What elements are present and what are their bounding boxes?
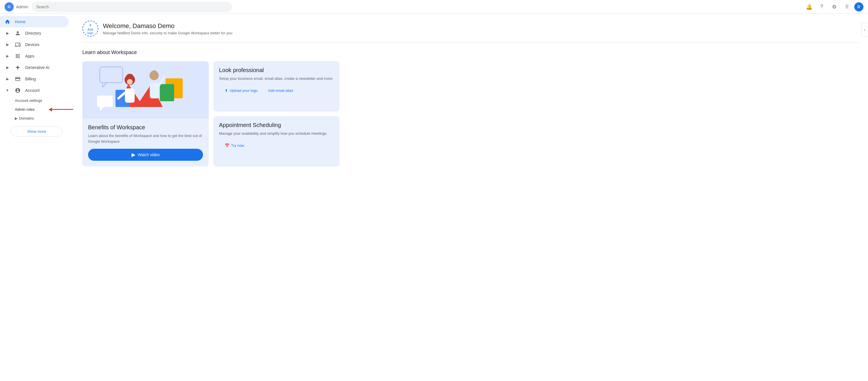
person-icon — [15, 30, 21, 36]
notifications-button[interactable]: 🔔 — [804, 2, 814, 12]
upload-logo-button[interactable]: ⬆ Upload your logo — [219, 86, 263, 95]
benefits-card-body: Benefits of Workspace Learn about the be… — [82, 118, 209, 167]
welcome-subtitle: Manage NetBird Demo info, security to ma… — [103, 31, 232, 35]
sidebar-item-directory[interactable]: ▶ Directory — [0, 27, 69, 39]
try-now-button[interactable]: 📅 Try now — [219, 141, 250, 150]
collapse-sidebar-button[interactable]: ‹ — [861, 23, 868, 37]
header-icons: 🔔 ? ⚙ ⠿ D — [804, 2, 863, 12]
sidebar-item-billing[interactable]: ▶ Billing — [0, 73, 69, 85]
sidebar-item-home[interactable]: Home — [0, 16, 69, 27]
arrow-container: Admin roles — [0, 105, 73, 114]
appointment-scheduling-card: Appointment Scheduling Manage your avail… — [213, 116, 340, 167]
arrow-line — [52, 109, 73, 110]
help-button[interactable]: ? — [816, 2, 827, 12]
header-brand: Admin — [16, 4, 28, 9]
upload-logo-label: Upload your logo — [229, 88, 257, 93]
add-email-alias-button[interactable]: Add email alias — [267, 86, 294, 95]
search-input[interactable] — [32, 2, 232, 12]
upload-icon: ⬆ — [225, 88, 228, 93]
welcome-text: Welcome, Damaso Demo Manage NetBird Demo… — [103, 22, 232, 35]
apps-icon — [15, 53, 21, 59]
sidebar-subitem-domains[interactable]: ▶ Domains — [0, 114, 69, 123]
arrow-head — [49, 108, 52, 112]
sidebar-label-home: Home — [15, 20, 26, 24]
grid-button[interactable]: ⠿ — [842, 2, 852, 12]
benefits-card: Benefits of Workspace Learn about the be… — [82, 61, 209, 167]
show-more-container: Show more — [0, 126, 73, 137]
svg-point-16 — [150, 70, 158, 78]
domains-label: Domains — [19, 116, 34, 120]
watch-video-label: Watch video — [138, 152, 160, 157]
sidebar-item-apps[interactable]: ▶ Apps — [0, 50, 69, 62]
appointment-scheduling-title: Appointment Scheduling — [219, 122, 334, 128]
svg-rect-0 — [88, 61, 203, 118]
svg-rect-7 — [97, 95, 113, 107]
billing-icon — [15, 76, 21, 82]
sidebar-label-directory: Directory — [25, 31, 41, 35]
svg-point-12 — [127, 79, 133, 85]
appointment-scheduling-actions: 📅 Try now — [219, 141, 334, 150]
app-wrapper: G Admin 🔔 ? ⚙ ⠿ D Home ▶ — [0, 0, 868, 381]
appointment-scheduling-body: Appointment Scheduling Manage your avail… — [213, 116, 340, 167]
header: G Admin 🔔 ? ⚙ ⠿ D — [0, 0, 868, 14]
add-icon: + — [89, 23, 92, 28]
svg-rect-17 — [150, 83, 159, 98]
add-logo-line2: logo — [88, 31, 93, 35]
look-professional-card: Look professional Setup your business em… — [213, 61, 340, 112]
chevron-right-icon3: ▶ — [5, 54, 10, 58]
account-icon — [15, 88, 21, 93]
sidebar-subitem-account-settings[interactable]: Account settings — [0, 96, 69, 105]
logo-circle: G — [5, 2, 14, 11]
chevron-down-icon: ▼ — [5, 88, 10, 92]
sidebar-item-devices[interactable]: ▶ Devices — [0, 39, 69, 50]
add-logo-button[interactable]: + Add logo — [82, 21, 98, 37]
benefits-desc: Learn about the benefits of Workspace an… — [88, 133, 203, 144]
workspace-illustration-svg — [82, 61, 209, 118]
sidebar-label-generative-ai: Generative AI — [25, 65, 50, 70]
watch-video-button[interactable]: ▶ Watch video — [88, 149, 203, 161]
card-illustration — [82, 61, 209, 118]
chevron-right-icon2: ▶ — [5, 42, 10, 47]
add-logo-line1: Add — [88, 28, 93, 31]
welcome-section: + Add logo Welcome, Damaso Demo Manage N… — [82, 21, 859, 42]
sidebar-label-account: Account — [25, 88, 40, 93]
appointment-scheduling-desc: Manage your availability and simplify ho… — [219, 131, 334, 137]
settings-button[interactable]: ⚙ — [829, 2, 839, 12]
learn-section-title: Learn about Workspace — [82, 50, 859, 56]
devices-icon — [15, 42, 21, 48]
sidebar-label-apps: Apps — [25, 54, 34, 58]
sidebar-label-billing: Billing — [25, 77, 36, 81]
play-icon: ▶ — [131, 152, 135, 158]
right-cards-column: Look professional Setup your business em… — [213, 61, 340, 167]
main-layout: Home ▶ Directory ▶ Devices ▶ — [0, 14, 868, 381]
chevron-right-icon5: ▶ — [5, 77, 10, 81]
look-professional-title: Look professional — [219, 67, 334, 74]
look-professional-desc: Setup your business email, email alias, … — [219, 76, 334, 82]
logo-initials: G — [8, 5, 10, 9]
chevron-right-icon: ▶ — [5, 31, 10, 35]
benefits-title: Benefits of Workspace — [88, 124, 203, 131]
cards-grid: Benefits of Workspace Learn about the be… — [82, 61, 340, 167]
avatar[interactable]: D — [854, 2, 863, 11]
admin-roles-label: Admin roles — [15, 107, 35, 112]
header-logo: G Admin — [5, 2, 28, 11]
show-more-label: Show more — [27, 129, 46, 134]
try-now-label: Try now — [231, 143, 244, 148]
red-arrow-annotation — [49, 108, 73, 112]
main-content: ‹ + Add logo Welcome, Damaso Demo Manage… — [73, 14, 868, 381]
add-email-alias-label: Add email alias — [268, 88, 293, 93]
sidebar-item-account[interactable]: ▼ Account — [0, 85, 69, 96]
sidebar-item-generative-ai[interactable]: ▶ Generative AI — [0, 62, 69, 73]
sidebar: Home ▶ Directory ▶ Devices ▶ — [0, 14, 73, 381]
chevron-right-icon4: ▶ — [5, 65, 10, 69]
look-professional-actions: ⬆ Upload your logo Add email alias — [219, 86, 334, 95]
svg-rect-4 — [160, 84, 174, 101]
svg-rect-13 — [125, 88, 135, 103]
look-professional-body: Look professional Setup your business em… — [213, 61, 340, 112]
show-more-button[interactable]: Show more — [11, 126, 62, 137]
sparkle-icon — [15, 65, 21, 70]
home-icon — [5, 19, 10, 25]
domains-chevron-icon: ▶ — [15, 116, 18, 120]
sidebar-label-devices: Devices — [25, 42, 39, 47]
calendar-icon: 📅 — [225, 143, 229, 148]
